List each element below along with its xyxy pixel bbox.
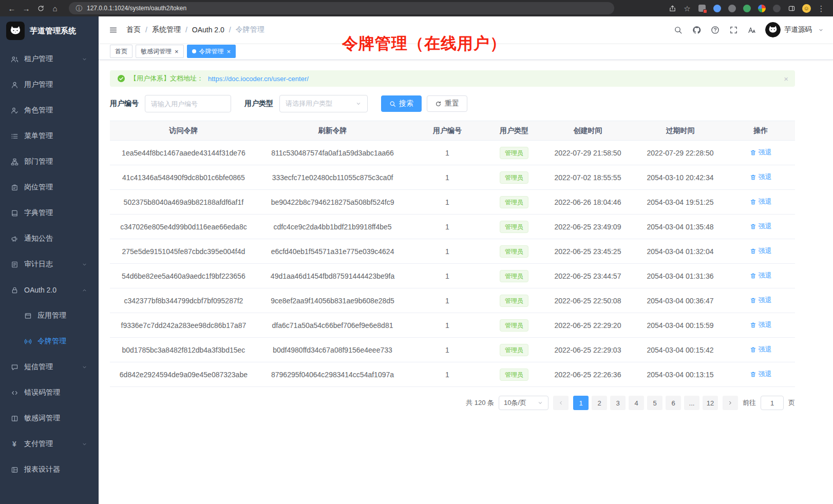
force-logout-button[interactable]: 强退 [750,271,772,280]
table-row: 6d842e2924594de9a09e45e087323abe8796295f… [110,362,795,387]
goto-page-input[interactable] [761,396,784,410]
extension-gray-icon[interactable] [770,2,783,14]
sidebar-item-role[interactable]: 角色管理 [0,98,99,123]
force-logout-button[interactable]: 强退 [750,320,772,329]
user-type-select[interactable]: 请选择用户类型 [279,95,368,112]
force-logout-button[interactable]: 强退 [750,345,772,354]
sidebar-item-notice[interactable]: 通知公告 [0,226,99,251]
force-logout-button[interactable]: 强退 [750,148,772,157]
user-id-cell: 1 [408,215,486,239]
extension-dark-icon[interactable] [725,2,739,14]
sidebar-item-menu[interactable]: 菜单管理 [0,123,99,149]
sidebar-item-oauth2-token[interactable]: 令牌管理 [0,328,99,354]
side-panel-icon[interactable] [785,2,798,14]
action-cell: 强退 [727,338,795,362]
page-button-12[interactable]: 12 [703,396,718,410]
user-id-input[interactable] [145,95,231,112]
browser-menu-icon[interactable]: ⋮ [815,2,828,14]
extension-green-icon[interactable] [740,2,753,14]
app-logo[interactable]: 芋道管理系统 [0,16,99,45]
sidebar-item-audit-log[interactable]: 审计日志 [0,251,99,277]
force-logout-label: 强退 [759,296,772,305]
breadcrumb-item[interactable]: 系统管理 [152,25,181,34]
header-action-icons [673,25,757,35]
force-logout-button[interactable]: 强退 [750,370,772,379]
trash-icon [750,297,756,304]
breadcrumb-separator: / [185,26,187,34]
font-size-icon[interactable] [747,25,757,35]
share-icon[interactable] [666,2,679,14]
sidebar-item-tenant[interactable]: 租户管理 [0,46,99,72]
extension-blue-icon[interactable] [710,2,724,14]
tab-close-icon[interactable]: × [175,48,179,55]
page-button-1[interactable]: 1 [573,396,589,410]
sidebar-item-dict[interactable]: 字典管理 [0,200,99,226]
sidebar-item-post[interactable]: 岗位管理 [0,175,99,200]
search-button[interactable]: 搜索 [381,95,422,112]
action-cell: 强退 [727,264,795,288]
refresh-icon[interactable] [34,2,47,14]
page-button-3[interactable]: 3 [610,396,626,410]
page-button-4[interactable]: 4 [629,396,644,410]
site-info-icon[interactable]: ⓘ [75,4,83,12]
browser-right-icons: ☆☺⋮ [666,2,828,14]
force-logout-button[interactable]: 强退 [750,246,772,256]
forward-icon[interactable]: → [20,2,33,14]
back-icon[interactable]: ← [5,2,18,14]
pager-ellipsis[interactable]: ... [684,396,699,410]
tab-sensitive-word[interactable]: 敏感词管理× [136,45,184,58]
profile-avatar-icon[interactable]: ☺ [800,2,813,14]
user-name: 芋道源码 [784,25,812,34]
page-button-2[interactable]: 2 [592,396,607,410]
sidebar-item-sensitive-word[interactable]: 敏感词管理 [0,405,99,431]
fullscreen-icon[interactable] [728,25,739,35]
sidebar-item-sms[interactable]: 短信管理 [0,354,99,380]
user-id-cell: 1 [408,338,486,362]
trash-icon [750,174,756,181]
force-logout-button[interactable]: 强退 [750,197,772,206]
page-button-5[interactable]: 5 [647,396,662,410]
next-page-button[interactable] [723,396,738,410]
sidebar-item-dept[interactable]: 部门管理 [0,149,99,175]
sidebar-item-oauth2-app[interactable]: 应用管理 [0,303,99,328]
extension-red-icon[interactable] [695,2,709,14]
doc-link[interactable]: https://doc.iocoder.cn/user-center/ [208,75,309,83]
sidebar-collapse-icon[interactable] [106,23,120,37]
tab-home[interactable]: 首页 [110,45,132,58]
tab-token[interactable]: 令牌管理× [187,45,236,58]
sidebar-item-pay[interactable]: ¥支付管理 [0,431,99,457]
select-caret-icon [537,400,543,406]
sidebar-item-label: 通知公告 [24,234,53,243]
user-type-cell: 管理员 [487,362,542,387]
breadcrumb-item[interactable]: 首页 [126,25,141,34]
bookmark-star-icon[interactable]: ☆ [680,2,694,14]
select-caret-icon [355,101,362,107]
search-icon[interactable] [673,25,683,35]
home-icon[interactable]: ⌂ [48,2,62,14]
page-size-select[interactable]: 10条/页 [499,396,548,410]
github-icon[interactable] [691,25,702,35]
refresh-token-cell: 49d1aa46d1454fbd87591444423be9fa [257,264,408,288]
address-bar[interactable]: ⓘ 127.0.0.1:1024/system/oauth2/token [69,2,614,14]
reset-button[interactable]: 重置 [427,95,467,112]
force-logout-button[interactable]: 强退 [750,222,772,231]
sidebar-item-report-designer[interactable]: 报表设计器 [0,457,99,482]
action-cell: 强退 [727,288,795,313]
refresh-token-cell: 811c530487574fa0af1a59d3abc1aa66 [257,141,408,165]
page-button-6[interactable]: 6 [666,396,681,410]
force-logout-button[interactable]: 强退 [750,172,772,182]
trash-icon [750,248,756,255]
alert-close-icon[interactable]: × [784,74,788,83]
force-logout-button[interactable]: 强退 [750,296,772,305]
prev-page-button[interactable] [553,396,569,410]
breadcrumb-item[interactable]: OAuth 2.0 [192,26,224,34]
access-token-cell: c347026e805e4d99b0d116eae66eda8c [110,215,257,239]
extension-color-icon[interactable] [755,2,768,14]
sidebar-item-error-code[interactable]: 错误码管理 [0,380,99,405]
page-content: 【用户体系】文档地址： https://doc.iocoder.cn/user-… [99,60,833,504]
help-icon[interactable] [710,25,720,35]
sidebar-item-oauth2[interactable]: OAuth 2.0 [0,277,99,303]
tab-close-icon[interactable]: × [227,48,231,55]
sidebar-item-user[interactable]: 用户管理 [0,72,99,98]
user-menu[interactable]: 芋道源码 [765,22,826,37]
